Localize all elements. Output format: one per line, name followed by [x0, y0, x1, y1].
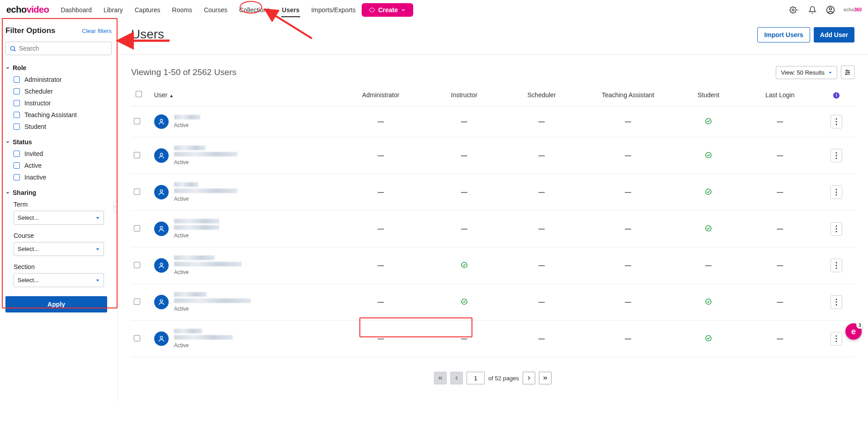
- row-actions-button[interactable]: [830, 332, 842, 345]
- section-select[interactable]: Select...: [14, 273, 104, 287]
- row-checkbox[interactable]: [134, 189, 140, 195]
- row-actions-button[interactable]: [830, 222, 842, 236]
- checkbox-icon: [14, 76, 20, 83]
- col-admin[interactable]: Administrator: [336, 86, 425, 106]
- filter-status-inactive[interactable]: Inactive: [14, 174, 112, 181]
- nav-imports-exports[interactable]: Imports/Exports: [310, 2, 356, 18]
- col-lastlogin[interactable]: Last Login: [741, 86, 819, 106]
- svg-point-48: [836, 336, 837, 337]
- page-number-input[interactable]: [467, 372, 485, 384]
- filter-role-instructor[interactable]: Instructor: [14, 99, 112, 107]
- filter-role-student[interactable]: Student: [14, 123, 112, 130]
- avatar: [154, 295, 169, 309]
- row-actions-button[interactable]: [830, 185, 842, 199]
- col-scheduler[interactable]: Scheduler: [503, 86, 580, 106]
- import-users-button[interactable]: Import Users: [757, 27, 810, 43]
- filter-status-invited[interactable]: Invited: [14, 150, 112, 157]
- row-checkbox[interactable]: [134, 118, 140, 124]
- svg-point-12: [846, 70, 848, 71]
- avatar: [154, 148, 169, 163]
- checkbox-icon: [14, 162, 20, 169]
- section-label: Section: [14, 263, 112, 270]
- clear-filters-link[interactable]: Clear filters: [82, 28, 112, 34]
- user-status: Active: [174, 122, 200, 128]
- checkbox-icon: [14, 112, 20, 118]
- row-checkbox[interactable]: [134, 152, 140, 158]
- filter-role-teaching-assistant[interactable]: Teaching Assistant: [14, 111, 112, 118]
- row-actions-button[interactable]: [830, 295, 842, 309]
- svg-point-43: [836, 299, 837, 300]
- course-label: Course: [14, 232, 112, 239]
- page-next-button[interactable]: [523, 372, 535, 384]
- nav-library[interactable]: Library: [103, 2, 124, 18]
- nav-rooms[interactable]: Rooms: [171, 2, 193, 18]
- term-select[interactable]: Select...: [14, 211, 104, 225]
- svg-point-2: [829, 8, 831, 10]
- page-first-button[interactable]: [434, 372, 447, 384]
- checkbox-icon: [14, 123, 20, 130]
- svg-point-19: [836, 124, 837, 125]
- svg-point-13: [848, 72, 849, 73]
- row-actions-button[interactable]: [830, 115, 842, 128]
- svg-point-28: [836, 192, 837, 193]
- svg-point-30: [160, 227, 162, 229]
- sharing-section-toggle[interactable]: Sharing: [5, 189, 112, 196]
- view-count-select[interactable]: View: 50 Results: [776, 66, 837, 79]
- svg-point-37: [836, 262, 837, 264]
- nav-dashboard[interactable]: Dashboard: [60, 2, 93, 18]
- nav-users[interactable]: Users: [281, 2, 301, 18]
- svg-line-4: [14, 50, 15, 51]
- table-row: Active—————: [131, 137, 854, 174]
- svg-point-34: [836, 231, 837, 232]
- nav-courses[interactable]: Courses: [203, 2, 228, 18]
- row-actions-button[interactable]: [830, 149, 842, 162]
- bell-icon[interactable]: [807, 5, 817, 15]
- checkmark-icon: [461, 261, 468, 269]
- help-badge[interactable]: e 3: [845, 323, 862, 340]
- account-icon[interactable]: [826, 5, 835, 15]
- apply-filters-button[interactable]: Apply: [5, 296, 107, 312]
- status-section-toggle[interactable]: Status: [5, 138, 112, 146]
- sidebar-collapse-handle[interactable]: ‹: [113, 201, 118, 213]
- col-student[interactable]: Student: [676, 86, 741, 106]
- nav-collections[interactable]: Collections: [238, 2, 271, 18]
- row-checkbox[interactable]: [134, 335, 140, 341]
- create-button[interactable]: Create: [362, 3, 413, 17]
- filter-search[interactable]: [5, 42, 112, 55]
- page-last-button[interactable]: [539, 372, 552, 384]
- avatar: [154, 185, 169, 199]
- caret-down-icon: [828, 71, 832, 75]
- course-select[interactable]: Select...: [14, 242, 104, 256]
- row-checkbox[interactable]: [134, 225, 140, 232]
- svg-point-22: [836, 152, 837, 154]
- select-all-checkbox[interactable]: [136, 91, 142, 97]
- app-logo[interactable]: echovideo: [6, 5, 49, 15]
- filter-role-administrator[interactable]: Administrator: [14, 76, 112, 83]
- svg-point-39: [836, 268, 837, 269]
- page-total-label: of 52 pages: [488, 375, 519, 382]
- col-instructor[interactable]: Instructor: [425, 86, 503, 106]
- svg-point-35: [160, 263, 162, 265]
- row-checkbox[interactable]: [134, 262, 140, 268]
- checkmark-icon: [705, 188, 712, 195]
- filter-search-input[interactable]: [19, 45, 108, 52]
- filter-status-active[interactable]: Active: [14, 162, 112, 169]
- row-actions-button[interactable]: [830, 259, 842, 272]
- filter-role-scheduler[interactable]: Scheduler: [14, 88, 112, 95]
- settings-gear-icon[interactable]: [789, 5, 799, 15]
- page-prev-button[interactable]: [450, 372, 463, 384]
- column-settings-button[interactable]: [841, 66, 854, 79]
- col-ta[interactable]: Teaching Assistant: [580, 86, 676, 106]
- mini-brand: echo360: [844, 7, 862, 12]
- avatar: [154, 114, 169, 129]
- col-user[interactable]: User▲: [151, 86, 336, 106]
- info-icon[interactable]: i: [833, 92, 840, 99]
- row-checkbox[interactable]: [134, 298, 140, 305]
- filter-sidebar: Filter Options Clear filters Role Admini…: [0, 20, 118, 402]
- nav-captures[interactable]: Captures: [134, 2, 161, 18]
- role-section-toggle[interactable]: Role: [5, 64, 112, 71]
- svg-point-29: [836, 194, 837, 196]
- user-status: Active: [174, 196, 237, 202]
- add-user-button[interactable]: Add User: [814, 27, 854, 43]
- sparkle-icon: [369, 7, 375, 13]
